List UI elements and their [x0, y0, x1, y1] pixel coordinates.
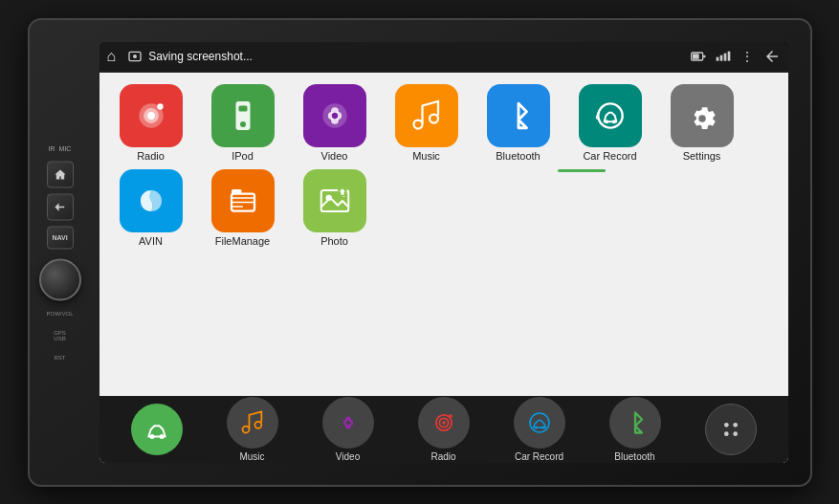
overflow-menu[interactable]: ⋮	[740, 49, 754, 64]
svg-point-46	[733, 423, 738, 427]
avin-svg	[133, 183, 169, 219]
radio-label: Radio	[137, 150, 165, 162]
volume-knob[interactable]	[39, 258, 81, 300]
back-nav-icon[interactable]	[763, 48, 781, 65]
dock-car-record-svg	[525, 408, 554, 437]
ir-label: IR	[49, 144, 55, 151]
mic-label: MIC	[59, 144, 72, 151]
file-manage-svg	[226, 184, 260, 218]
svg-point-21	[331, 112, 337, 118]
dock-music-svg	[239, 409, 266, 436]
file-manage-icon-bg	[211, 169, 275, 232]
status-bar: ⌂ Saving screenshot...	[99, 42, 788, 73]
home-side-button[interactable]	[47, 161, 74, 187]
ipod-icon-bg	[211, 84, 275, 147]
svg-point-23	[605, 120, 608, 123]
signal-icon	[716, 51, 731, 62]
dock-video-svg	[335, 409, 362, 436]
bluetooth-label: Bluetooth	[496, 150, 540, 162]
svg-point-41	[449, 414, 453, 418]
dock-music-icon	[227, 397, 278, 449]
side-buttons: IR MIC NAVI POW/VOL GPSUSB RST	[39, 144, 81, 360]
music-icon-bg	[395, 84, 458, 147]
dock-video-label: Video	[336, 451, 360, 462]
app-video[interactable]: Video	[293, 84, 377, 162]
video-label: Video	[321, 150, 348, 162]
settings-svg	[685, 99, 719, 133]
svg-point-45	[724, 423, 729, 427]
svg-rect-3	[693, 54, 699, 58]
svg-point-1	[133, 55, 137, 58]
app-car-record[interactable]: Car Record	[568, 84, 652, 162]
dock-car-home-icon	[131, 404, 183, 455]
screenshot-icon	[127, 49, 143, 64]
back-side-button[interactable]	[47, 193, 74, 220]
dock-radio-icon	[418, 397, 470, 449]
video-icon-bg	[303, 84, 366, 147]
dock-music[interactable]: Music	[214, 397, 291, 462]
svg-rect-6	[719, 55, 722, 61]
bluetooth-svg	[502, 99, 535, 132]
rst-label: RST	[55, 354, 66, 360]
svg-point-11	[147, 112, 155, 120]
dock-bluetooth-icon	[609, 397, 661, 449]
svg-rect-4	[703, 55, 705, 58]
svg-point-47	[724, 431, 729, 436]
dock-bluetooth[interactable]: Bluetooth	[597, 397, 673, 462]
ipod-svg	[226, 99, 260, 133]
app-row-2: AVIN FileManage	[109, 169, 779, 247]
radio-svg	[133, 98, 169, 134]
app-radio[interactable]: Radio	[109, 84, 193, 162]
music-svg	[409, 99, 444, 133]
app-avin[interactable]: AVIN	[109, 169, 193, 247]
bluetooth-icon-bg	[487, 84, 550, 147]
photo-label: Photo	[320, 235, 348, 247]
dock-bluetooth-svg	[622, 409, 649, 436]
dock-radio-label: Radio	[431, 451, 455, 462]
dock-bluetooth-label: Bluetooth	[614, 451, 654, 462]
dock-more-icon	[705, 404, 757, 455]
svg-point-14	[240, 121, 246, 127]
car-record-icon-bg	[579, 84, 642, 147]
dock-car-home[interactable]	[119, 404, 195, 455]
settings-label: Settings	[683, 150, 721, 162]
dock-radio[interactable]: Radio	[406, 397, 482, 462]
home-icon-bar[interactable]: ⌂	[107, 48, 117, 65]
avin-icon-bg	[120, 169, 183, 232]
app-row-1: Radio IPod	[109, 84, 779, 162]
svg-point-31	[149, 434, 154, 439]
app-music[interactable]: Music	[385, 84, 469, 162]
app-ipod[interactable]: IPod	[201, 84, 285, 162]
app-photo[interactable]: Photo	[293, 169, 377, 247]
battery-icon	[691, 51, 706, 62]
dock-video[interactable]: Video	[310, 397, 386, 462]
ipod-label: IPod	[232, 150, 254, 162]
dock-more[interactable]	[693, 404, 769, 455]
dock-car-record[interactable]: Car Record	[501, 397, 578, 462]
svg-point-25	[698, 115, 706, 122]
dock-video-icon	[322, 397, 374, 449]
app-settings[interactable]: Settings	[660, 84, 744, 162]
gps-usb-label: GPSUSB	[54, 329, 66, 340]
navi-button[interactable]: NAVI	[47, 226, 74, 249]
svg-rect-8	[727, 52, 730, 61]
bottom-dock: Music Video	[99, 396, 788, 463]
svg-rect-15	[238, 105, 247, 111]
divider-container	[385, 169, 779, 176]
car-record-label: Car Record	[583, 150, 636, 162]
dock-more-svg	[718, 416, 744, 443]
svg-rect-27	[232, 189, 242, 194]
svg-point-12	[157, 103, 163, 109]
svg-point-32	[159, 434, 164, 439]
screen: ⌂ Saving screenshot...	[99, 42, 788, 463]
music-label: Music	[412, 150, 440, 162]
screenshot-text: Saving screenshot...	[148, 50, 253, 63]
app-bluetooth[interactable]: Bluetooth	[476, 84, 561, 162]
dock-music-label: Music	[239, 451, 264, 462]
dock-radio-svg	[431, 409, 457, 436]
app-file-manage[interactable]: FileManage	[201, 169, 285, 247]
dock-car-record-icon	[514, 397, 565, 449]
file-manage-label: FileManage	[215, 235, 270, 247]
svg-point-43	[534, 426, 537, 428]
svg-point-40	[442, 421, 446, 425]
